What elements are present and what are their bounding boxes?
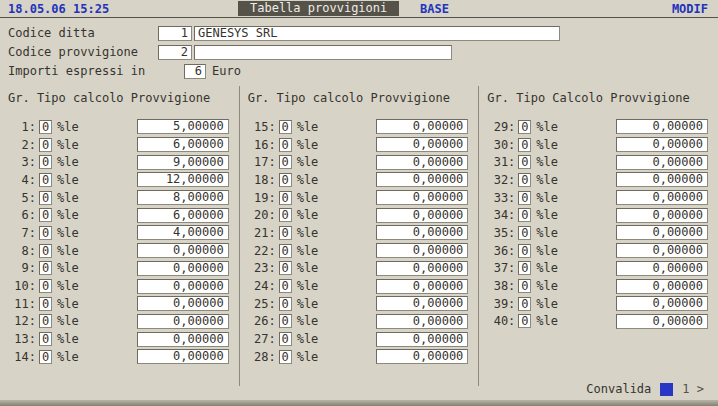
provvigione-value-input[interactable]: 0,00000 (376, 332, 468, 347)
provvigione-value-input[interactable]: 6,00000 (137, 137, 229, 152)
tipo-calcolo-input[interactable]: 0 (518, 244, 531, 258)
provvigione-value-input[interactable]: 6,00000 (137, 208, 229, 223)
provvigione-value-input[interactable]: 0,00000 (616, 243, 708, 258)
tipo-calcolo-input[interactable]: 0 (518, 120, 531, 134)
tipo-calcolo-input[interactable]: 0 (279, 155, 292, 169)
tipo-calcolo-input[interactable]: 0 (39, 350, 52, 364)
provvigione-value-input[interactable]: 0,00000 (616, 225, 708, 240)
provvigione-value-input[interactable]: 4,00000 (137, 225, 229, 240)
tipo-calcolo-input[interactable]: 0 (279, 173, 292, 187)
base-menu-label[interactable]: BASE (420, 2, 449, 16)
tipo-calcolo-input[interactable]: 0 (279, 314, 292, 328)
tipo-calcolo-input[interactable]: 0 (518, 138, 531, 152)
provvigione-value-input[interactable]: 0,00000 (137, 243, 229, 258)
tipo-calcolo-input[interactable]: 0 (279, 279, 292, 293)
provvigione-value-input[interactable]: 0,00000 (376, 243, 468, 258)
provvigione-value-input[interactable]: 0,00000 (616, 314, 708, 329)
provvigione-value-input[interactable]: 0,00000 (616, 190, 708, 205)
tipo-calcolo-input[interactable]: 0 (279, 261, 292, 275)
codice-ditta-input[interactable]: 1 (158, 26, 192, 41)
provvigione-value-input[interactable]: 0,00000 (616, 261, 708, 276)
provvigione-value-input[interactable]: 0,00000 (376, 261, 468, 276)
tipo-calcolo-input[interactable]: 0 (279, 226, 292, 240)
calcolo-type-label: %le (57, 173, 79, 187)
commission-row: 9:0%le0,00000 (8, 260, 239, 278)
provvigione-value-input[interactable]: 9,00000 (137, 155, 229, 170)
provvigione-value-input[interactable]: 0,00000 (376, 190, 468, 205)
provvigione-value-input[interactable]: 0,00000 (137, 349, 229, 364)
convalida-button[interactable]: Convalida (586, 382, 651, 396)
provvigione-value-input[interactable]: 0,00000 (376, 279, 468, 294)
provvigione-name-input[interactable] (194, 45, 452, 60)
tipo-calcolo-input[interactable]: 0 (279, 120, 292, 134)
provvigione-value-input[interactable]: 0,00000 (376, 172, 468, 187)
provvigione-value-input[interactable]: 0,00000 (137, 332, 229, 347)
tipo-calcolo-input[interactable]: 0 (518, 226, 531, 240)
tipo-calcolo-input[interactable]: 0 (39, 155, 52, 169)
tipo-calcolo-input[interactable]: 0 (518, 155, 531, 169)
importi-code-input[interactable]: 6 (184, 64, 206, 79)
provvigione-value-input[interactable]: 0,00000 (376, 119, 468, 134)
provvigione-value-input[interactable]: 0,00000 (376, 225, 468, 240)
tipo-calcolo-input[interactable]: 0 (39, 244, 52, 258)
tipo-calcolo-input[interactable]: 0 (39, 138, 52, 152)
tipo-calcolo-input[interactable]: 0 (518, 191, 531, 205)
tipo-calcolo-input[interactable]: 0 (39, 314, 52, 328)
provvigione-value-input[interactable]: 0,00000 (137, 261, 229, 276)
calcolo-type-label: %le (297, 279, 319, 293)
tipo-calcolo-input[interactable]: 0 (279, 208, 292, 222)
provvigione-value-input[interactable]: 8,00000 (137, 190, 229, 205)
tipo-calcolo-input[interactable]: 0 (518, 261, 531, 275)
tipo-calcolo-input[interactable]: 0 (518, 173, 531, 187)
row-number-label: 30: (487, 138, 515, 152)
provvigione-value-input[interactable]: 0,00000 (137, 314, 229, 329)
bottom-scrollbar[interactable] (0, 400, 718, 406)
provvigione-value-input[interactable]: 12,00000 (137, 172, 229, 187)
tipo-calcolo-input[interactable]: 0 (39, 120, 52, 134)
tipo-calcolo-input[interactable]: 0 (279, 297, 292, 311)
tipo-calcolo-input[interactable]: 0 (39, 297, 52, 311)
tipo-calcolo-input[interactable]: 0 (518, 314, 531, 328)
provvigione-value-input[interactable]: 0,00000 (616, 279, 708, 294)
calcolo-type-label: %le (297, 155, 319, 169)
provvigione-value-input[interactable]: 0,00000 (616, 155, 708, 170)
provvigione-value-input[interactable]: 0,00000 (376, 296, 468, 311)
tipo-calcolo-input[interactable]: 0 (39, 279, 52, 293)
provvigione-value-input[interactable]: 0,00000 (616, 296, 708, 311)
provvigione-value-input[interactable]: 5,00000 (137, 119, 229, 134)
tipo-calcolo-input[interactable]: 0 (279, 332, 292, 346)
commission-row: 34:0%le0,00000 (487, 206, 718, 224)
tipo-calcolo-input[interactable]: 0 (39, 332, 52, 346)
provvigione-value-input[interactable]: 0,00000 (376, 155, 468, 170)
provvigione-value-input[interactable]: 0,00000 (376, 137, 468, 152)
tipo-calcolo-input[interactable]: 0 (518, 208, 531, 222)
tipo-calcolo-input[interactable]: 0 (518, 279, 531, 293)
provvigione-value-input[interactable]: 0,00000 (376, 349, 468, 364)
tipo-calcolo-input[interactable]: 0 (39, 261, 52, 275)
provvigione-value-input[interactable]: 0,00000 (376, 314, 468, 329)
tipo-calcolo-input[interactable]: 0 (279, 191, 292, 205)
tipo-calcolo-input[interactable]: 0 (279, 244, 292, 258)
tipo-calcolo-input[interactable]: 0 (518, 297, 531, 311)
provvigione-value-input[interactable]: 0,00000 (616, 172, 708, 187)
column-rows: 15:0%le0,0000016:0%le0,0000017:0%le0,000… (248, 118, 479, 366)
tipo-calcolo-input[interactable]: 0 (39, 226, 52, 240)
tipo-calcolo-input[interactable]: 0 (279, 138, 292, 152)
tipo-calcolo-input[interactable]: 0 (39, 191, 52, 205)
page-indicator-block[interactable] (660, 383, 673, 396)
tipo-calcolo-input[interactable]: 0 (39, 173, 52, 187)
commission-row: 38:0%le0,00000 (487, 277, 718, 295)
codice-provvigione-input[interactable]: 2 (158, 45, 192, 60)
ditta-name-input[interactable]: GENESYS SRL (194, 26, 560, 41)
provvigione-value-input[interactable]: 0,00000 (616, 119, 708, 134)
commission-row: 2:0%le6,00000 (8, 136, 239, 154)
provvigione-value-input[interactable]: 0,00000 (376, 208, 468, 223)
provvigione-value-input[interactable]: 0,00000 (137, 279, 229, 294)
page-nav-label[interactable]: 1 > (682, 382, 704, 396)
provvigione-value-input[interactable]: 0,00000 (616, 137, 708, 152)
tipo-calcolo-input[interactable]: 0 (39, 208, 52, 222)
provvigione-value-input[interactable]: 0,00000 (137, 296, 229, 311)
tipo-calcolo-input[interactable]: 0 (279, 350, 292, 364)
provvigione-value-input[interactable]: 0,00000 (616, 208, 708, 223)
modif-mode-label[interactable]: MODIF (672, 2, 708, 16)
